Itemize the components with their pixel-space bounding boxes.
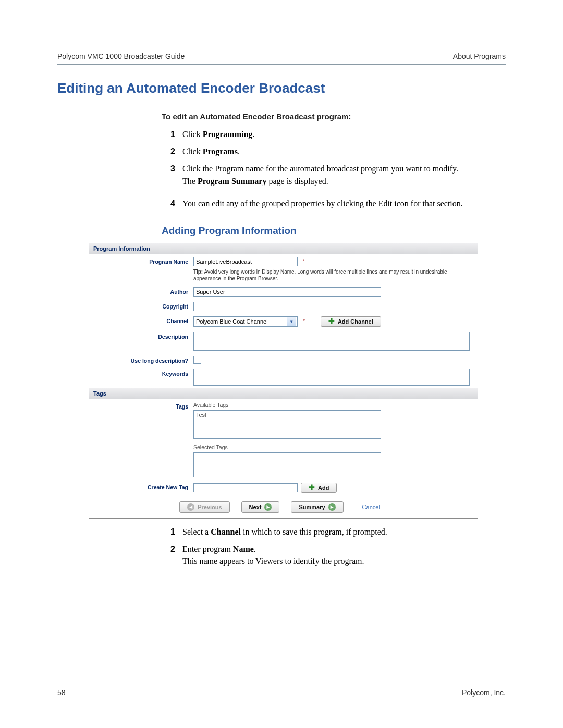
section-header-program-info: Program Information — [89, 243, 478, 254]
description-input[interactable] — [193, 332, 470, 351]
plus-icon: ✚ — [328, 318, 335, 325]
copyright-input[interactable] — [193, 302, 381, 311]
required-icon: * — [303, 318, 305, 324]
keywords-input[interactable] — [193, 369, 470, 386]
previous-button[interactable]: ◄ Previous — [179, 501, 229, 513]
step-body: You can edit any of the grouped properti… — [182, 198, 506, 209]
program-information-form: Program Information Program Name * Tip: … — [89, 243, 478, 519]
create-new-tag-input[interactable] — [193, 483, 298, 492]
tags-label: Tags — [89, 402, 193, 410]
long-description-label: Use long description? — [89, 356, 193, 364]
wizard-nav: ◄ Previous Next ► Summary ► Cancel — [89, 496, 478, 518]
channel-select[interactable]: Polycom Blue Coat Channel ▾ — [193, 316, 298, 327]
step-number: 1 — [162, 128, 175, 140]
chevron-down-icon: ▾ — [287, 317, 296, 326]
company-name: Polycom, Inc. — [462, 688, 506, 697]
channel-label: Channel — [89, 316, 193, 324]
steps-list-top: 1Click Programming.2Click Programs.3Clic… — [162, 128, 506, 209]
header-left: Polycom VMC 1000 Broadcaster Guide — [57, 52, 185, 60]
step-body: Click Programs. — [182, 145, 506, 157]
step-number: 4 — [162, 198, 175, 209]
copyright-label: Copyright — [89, 302, 193, 310]
page-number: 58 — [57, 688, 66, 697]
keywords-label: Keywords — [89, 369, 193, 377]
section-header-tags: Tags — [89, 388, 478, 399]
selected-tags-listbox[interactable] — [193, 452, 381, 477]
summary-button[interactable]: Summary ► — [291, 501, 343, 513]
arrow-right-icon: ► — [264, 503, 272, 511]
required-icon: * — [303, 258, 305, 264]
step-body: Select a Channel in which to save this p… — [182, 526, 506, 538]
author-input[interactable] — [193, 287, 381, 297]
arrow-left-icon: ◄ — [187, 503, 194, 511]
cancel-button[interactable]: Cancel — [355, 502, 387, 512]
running-header: Polycom VMC 1000 Broadcaster Guide About… — [57, 52, 506, 65]
steps-list-bottom: 1Select a Channel in which to save this … — [162, 526, 506, 573]
available-tags-label: Available Tags — [193, 402, 474, 408]
add-tag-button[interactable]: ✚ Add — [301, 483, 337, 493]
step-body: Click Programming. — [182, 128, 506, 140]
step-number: 3 — [162, 163, 175, 192]
add-channel-button[interactable]: ✚ Add Channel — [321, 316, 381, 327]
next-button[interactable]: Next ► — [241, 501, 280, 513]
program-name-tip: Tip: Avoid very long words in Display Na… — [193, 268, 470, 282]
step-item: 2Enter program Name.This name appears to… — [162, 543, 506, 572]
subsection-title: Adding Program Information — [162, 225, 506, 237]
step-number: 2 — [162, 145, 175, 157]
program-name-label: Program Name — [89, 257, 193, 265]
description-label: Description — [89, 332, 193, 340]
available-tags-listbox[interactable]: Test — [193, 410, 381, 439]
step-number: 1 — [162, 526, 175, 538]
author-label: Author — [89, 287, 193, 295]
section-title: Editing an Automated Encoder Broadcast — [57, 80, 506, 96]
page-footer: 58 Polycom, Inc. — [57, 688, 506, 697]
plus-icon: ✚ — [309, 485, 315, 491]
selected-tags-label: Selected Tags — [193, 444, 474, 450]
step-item: 4You can edit any of the grouped propert… — [162, 198, 506, 209]
step-body: Click the Program name for the automated… — [182, 163, 506, 192]
step-item: 1Click Programming. — [162, 128, 506, 140]
step-body: Enter program Name.This name appears to … — [182, 543, 506, 572]
create-new-tag-label: Create New Tag — [89, 483, 193, 490]
step-item: 3Click the Program name for the automate… — [162, 163, 506, 192]
step-number: 2 — [162, 543, 175, 572]
header-right: About Programs — [453, 52, 506, 60]
procedure-lead: To edit an Automated Encoder Broadcast p… — [162, 112, 506, 121]
program-name-input[interactable] — [193, 257, 298, 266]
long-description-checkbox[interactable] — [193, 356, 201, 364]
step-item: 1Select a Channel in which to save this … — [162, 526, 506, 538]
arrow-right-icon: ► — [328, 503, 336, 511]
step-item: 2Click Programs. — [162, 145, 506, 157]
